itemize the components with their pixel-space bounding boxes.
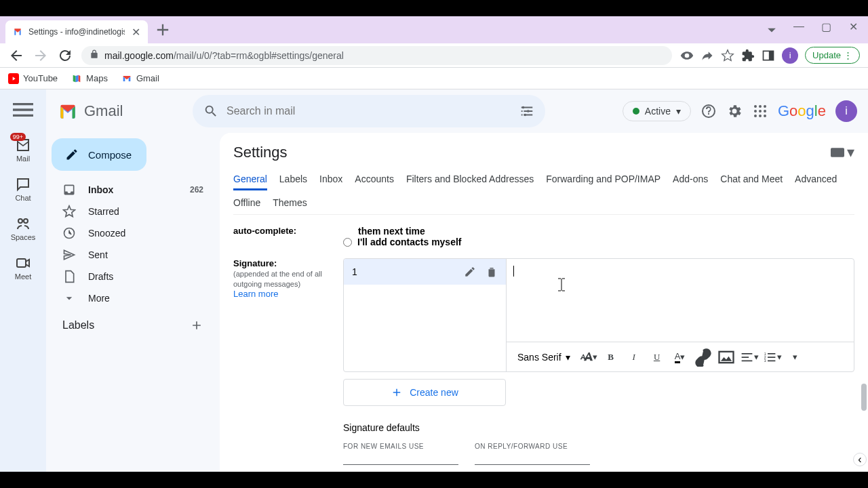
extensions-icon[interactable]	[741, 49, 755, 62]
defaults-reply-col: ON REPLY/FORWARD USE	[475, 443, 590, 465]
align-button[interactable]: ▾	[740, 348, 759, 367]
side-panel-toggle[interactable]: ‹	[853, 453, 867, 466]
url-bar[interactable]: mail.google.com/mail/u/0/?tab=rm&ogbl#se…	[81, 46, 672, 65]
signature-editor[interactable]	[507, 259, 854, 342]
search-icon	[203, 104, 218, 119]
maximize-icon[interactable]: ▢	[816, 20, 835, 39]
rail-mail[interactable]: 99+ Mail	[15, 137, 31, 163]
pencil-icon	[65, 148, 79, 161]
tab-forwarding[interactable]: Forwarding and POP/IMAP	[546, 169, 660, 190]
tab-search-icon[interactable]	[762, 20, 781, 39]
link-button[interactable]	[694, 348, 713, 367]
tab-close-icon[interactable]: ✕	[130, 26, 141, 37]
window-controls: — ▢ ✕	[762, 20, 863, 39]
gmail-logo[interactable]: Gmail	[57, 100, 179, 122]
youtube-icon	[8, 73, 19, 84]
underline-button[interactable]: U	[648, 348, 667, 367]
signature-list: 1	[344, 259, 507, 371]
compose-button[interactable]: Compose	[52, 138, 146, 171]
autocomplete-setting: auto-complete: them next time I'll add c…	[233, 220, 854, 253]
bold-button[interactable]: B	[601, 348, 620, 367]
tab-inbox[interactable]: Inbox	[319, 169, 342, 190]
tab-general[interactable]: General	[233, 169, 267, 190]
image-button[interactable]	[717, 348, 736, 367]
nav-inbox[interactable]: Inbox 262	[46, 179, 214, 201]
tab-filters[interactable]: Filters and Blocked Addresses	[406, 169, 534, 190]
settings-gear-icon[interactable]	[726, 103, 743, 119]
settings-tabs: General Labels Inbox Accounts Filters an…	[233, 169, 854, 215]
gmail-logo-icon	[57, 100, 79, 122]
support-icon[interactable]	[701, 103, 717, 119]
update-button[interactable]: Update⋮	[805, 47, 860, 64]
browser-tab[interactable]: Settings - info@indinetlogistics.c ✕	[5, 20, 148, 43]
search-options-icon[interactable]	[519, 104, 534, 119]
mail-badge: 99+	[10, 133, 26, 141]
more-formatting-button[interactable]: ▾	[786, 348, 805, 367]
sidepanel-icon[interactable]	[762, 49, 775, 62]
search-input[interactable]	[226, 105, 511, 117]
font-family-select[interactable]: Sans Serif ▾	[513, 352, 574, 363]
rail-spaces[interactable]: Spaces	[11, 216, 36, 241]
bookmark-youtube[interactable]: YouTube	[8, 73, 58, 84]
browser-profile-avatar[interactable]: i	[782, 47, 798, 64]
create-new-signature-button[interactable]: Create new	[343, 379, 506, 406]
google-logo[interactable]: Google	[778, 102, 826, 120]
signature-item[interactable]: 1	[344, 259, 506, 285]
share-icon[interactable]	[701, 49, 714, 62]
back-button[interactable]	[8, 47, 24, 64]
main-menu-button[interactable]	[9, 96, 37, 123]
rail-meet[interactable]: Meet	[15, 255, 31, 281]
bookmarks-bar: YouTube Maps Gmail	[0, 68, 868, 89]
bookmark-maps[interactable]: Maps	[71, 73, 108, 84]
bookmark-star-icon[interactable]	[721, 49, 734, 62]
scrollbar-thumb[interactable]	[861, 384, 867, 411]
defaults-reply-select[interactable]	[475, 453, 590, 465]
tab-labels[interactable]: Labels	[279, 169, 307, 190]
account-avatar[interactable]: i	[835, 100, 857, 122]
tab-chat-meet[interactable]: Chat and Meet	[720, 169, 783, 190]
settings-panel: Settings ▾ General Labels Inbox Accounts…	[220, 133, 868, 472]
browser-tab-bar: Settings - info@indinetlogistics.c ✕ — ▢…	[0, 16, 868, 43]
autocomplete-manual-radio[interactable]	[343, 238, 352, 247]
delete-signature-icon[interactable]	[486, 266, 498, 278]
svg-point-14	[759, 110, 762, 113]
nav-more[interactable]: More	[46, 287, 214, 309]
svg-point-16	[754, 115, 757, 117]
add-label-icon[interactable]	[190, 319, 203, 332]
defaults-new-select[interactable]	[343, 453, 458, 465]
tab-themes[interactable]: Themes	[273, 193, 307, 214]
search-box[interactable]	[193, 95, 545, 127]
reload-button[interactable]	[57, 47, 73, 64]
tab-addons[interactable]: Add-ons	[673, 169, 708, 190]
chat-icon	[15, 176, 31, 192]
svg-point-4	[24, 219, 28, 223]
new-tab-button[interactable]	[153, 20, 172, 39]
text-caret	[513, 266, 514, 277]
close-window-icon[interactable]: ✕	[844, 20, 863, 39]
minimize-icon[interactable]: —	[789, 20, 808, 39]
tab-advanced[interactable]: Advanced	[795, 169, 837, 190]
rail-chat[interactable]: Chat	[15, 176, 31, 202]
learn-more-link[interactable]: Learn more	[233, 289, 278, 299]
tab-title: Settings - info@indinetlogistics.c	[28, 27, 125, 37]
status-dot-icon	[633, 108, 639, 115]
forward-button[interactable]	[33, 47, 49, 64]
text-color-button[interactable]: A▾	[671, 348, 690, 367]
italic-button[interactable]: I	[625, 348, 644, 367]
font-size-button[interactable]: ▾	[578, 348, 597, 367]
nav-sent[interactable]: Sent	[46, 244, 214, 266]
nav-drafts[interactable]: Drafts	[46, 266, 214, 287]
signature-setting: Signature: (appended at the end of all o…	[233, 253, 854, 470]
nav-starred[interactable]: Starred	[46, 201, 214, 222]
input-tools-icon[interactable]: ▾	[831, 144, 854, 161]
list-button[interactable]: 123▾	[763, 348, 782, 367]
status-chip[interactable]: Active ▾	[623, 101, 691, 121]
bookmark-gmail[interactable]: Gmail	[121, 73, 159, 84]
tab-offline[interactable]: Offline	[233, 193, 260, 214]
edit-signature-icon[interactable]	[464, 266, 476, 278]
apps-grid-icon[interactable]	[752, 103, 768, 119]
tab-accounts[interactable]: Accounts	[355, 169, 394, 190]
eye-icon[interactable]	[680, 49, 694, 62]
nav-snoozed[interactable]: Snoozed	[46, 222, 214, 244]
maps-icon	[71, 73, 82, 84]
